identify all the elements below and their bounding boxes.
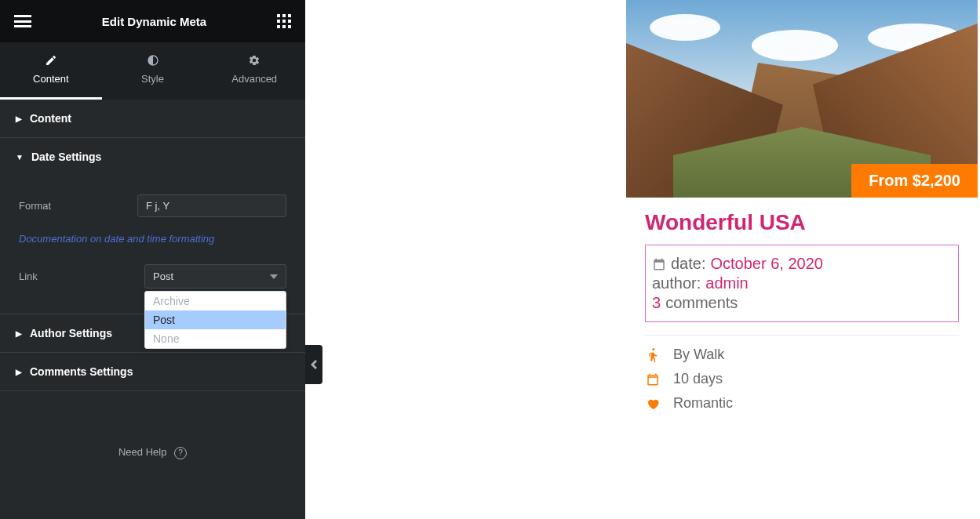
section-content[interactable]: ▶ Content — [0, 100, 305, 138]
heart-icon — [645, 397, 661, 411]
caret-right-icon: ▶ — [16, 114, 22, 123]
caret-right-icon: ▶ — [16, 329, 22, 338]
caret-down-icon: ▼ — [16, 153, 24, 162]
meta-date-label: date: — [671, 255, 705, 273]
contrast-icon — [102, 53, 204, 67]
gear-icon — [203, 53, 305, 67]
link-row: Link Post Archive Post None — [19, 264, 286, 289]
price-tag: From $2,200 — [851, 164, 978, 198]
format-input[interactable] — [137, 194, 286, 217]
link-select-value: Post — [153, 270, 173, 282]
attr-duration: 10 days — [645, 371, 959, 387]
card-body: Wonderful USA date: October 6, 2020 auth… — [626, 198, 978, 438]
pencil-icon — [0, 53, 102, 67]
hamburger-menu-icon[interactable] — [14, 15, 31, 27]
tab-advanced-label: Advanced — [231, 73, 277, 85]
meta-comments[interactable]: 3 comments — [652, 294, 952, 312]
sections: ▶ Content ▼ Date Settings Format Documen… — [0, 100, 305, 519]
meta-box: date: October 6, 2020 author: admin 3 co… — [645, 245, 959, 322]
section-comments-settings-label: Comments Settings — [30, 365, 133, 378]
chevron-down-icon — [270, 274, 278, 279]
link-select[interactable]: Post — [144, 264, 286, 289]
section-date-settings[interactable]: ▼ Date Settings — [0, 138, 305, 176]
calendar-icon — [652, 257, 666, 271]
section-date-settings-label: Date Settings — [31, 151, 101, 163]
meta-date-value[interactable]: October 6, 2020 — [710, 255, 822, 273]
link-option-none[interactable]: None — [145, 329, 286, 348]
link-select-wrap: Post Archive Post None — [144, 264, 286, 289]
need-help-label: Need Help — [118, 446, 166, 458]
link-option-archive[interactable]: Archive — [145, 292, 286, 310]
link-dropdown: Archive Post None — [144, 291, 286, 349]
section-comments-settings[interactable]: ▶ Comments Settings — [0, 353, 305, 391]
attr-mood-text: Romantic — [673, 395, 733, 412]
doc-link[interactable]: Documentation on date and time formattin… — [19, 233, 214, 245]
date-settings-body: Format Documentation on date and time fo… — [0, 176, 305, 314]
editor-sidebar: Edit Dynamic Meta Content Style Advanced… — [0, 0, 305, 519]
tab-content-label: Content — [33, 73, 69, 85]
attr-walk-text: By Walk — [673, 347, 724, 363]
attr-mood: Romantic — [645, 395, 959, 412]
format-label: Format — [19, 200, 137, 212]
meta-comments-count: 3 — [652, 294, 661, 312]
meta-comments-text: comments — [665, 294, 738, 312]
tabs: Content Style Advanced — [0, 42, 305, 100]
chevron-left-icon — [311, 360, 317, 369]
format-row: Format — [19, 194, 286, 217]
meta-date: date: October 6, 2020 — [652, 255, 952, 273]
meta-author-value[interactable]: admin — [705, 274, 748, 292]
caret-right-icon: ▶ — [16, 368, 22, 376]
section-author-settings-label: Author Settings — [30, 327, 112, 339]
walk-icon — [645, 348, 661, 362]
need-help[interactable]: Need Help ? — [0, 446, 305, 459]
section-content-label: Content — [30, 112, 71, 125]
sidebar-header: Edit Dynamic Meta — [0, 0, 305, 42]
divider — [645, 335, 959, 336]
hero-image: From $2,200 — [626, 0, 978, 198]
tab-advanced[interactable]: Advanced — [203, 42, 305, 100]
page-title: Edit Dynamic Meta — [102, 15, 206, 28]
apps-grid-icon[interactable] — [277, 14, 291, 28]
meta-author-label: author: — [652, 274, 701, 292]
attr-duration-text: 10 days — [673, 371, 723, 387]
tab-content[interactable]: Content — [0, 42, 102, 100]
help-icon: ? — [174, 447, 187, 459]
meta-author: author: admin — [652, 274, 952, 292]
card-title[interactable]: Wonderful USA — [645, 210, 959, 235]
link-label: Link — [19, 270, 144, 282]
tab-style-label: Style — [141, 73, 164, 85]
tab-style[interactable]: Style — [102, 42, 204, 100]
attr-walk: By Walk — [645, 347, 959, 363]
calendar-outline-icon — [645, 372, 661, 387]
collapse-handle[interactable] — [305, 345, 322, 384]
link-option-post[interactable]: Post — [145, 310, 286, 329]
preview-card: From $2,200 Wonderful USA date: October … — [626, 0, 978, 438]
